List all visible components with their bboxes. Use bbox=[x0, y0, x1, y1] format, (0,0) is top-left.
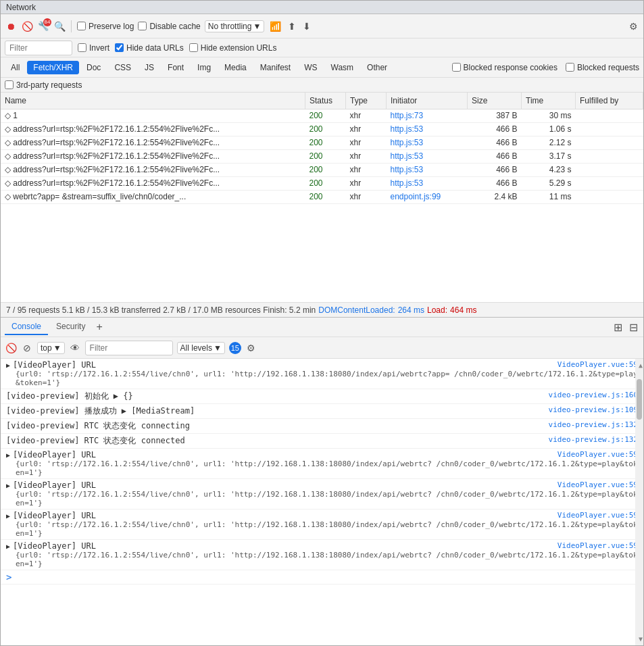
console-entry-e5[interactable]: [video-preview] RTC 状态变化 connectedvideo-… bbox=[1, 434, 643, 449]
type-filter-ws[interactable]: WS bbox=[298, 61, 323, 74]
row-name-5[interactable]: ◇ address?url=rtsp:%2F%2F172.16.1.2:554%… bbox=[1, 176, 305, 190]
col-type-header[interactable]: Type bbox=[346, 93, 387, 109]
table-row[interactable]: ◇ address?url=rtsp:%2F%2F172.16.1.2:554%… bbox=[1, 136, 643, 149]
type-filter-manifest[interactable]: Manifest bbox=[254, 61, 297, 74]
console-entry-e7[interactable]: ▶[VideoPlayer] URLVideoPlayer.vue:59{url… bbox=[1, 479, 643, 510]
entry-url-e9[interactable]: VideoPlayer.vue:59 bbox=[558, 541, 638, 550]
third-party-label[interactable]: 3rd-party requests bbox=[5, 80, 82, 90]
type-filter-fetch-xhr[interactable]: Fetch/XHR bbox=[27, 61, 79, 74]
hide-data-label[interactable]: Hide data URLs bbox=[115, 43, 184, 53]
table-row[interactable]: ◇ address?url=rtsp:%2F%2F172.16.1.2:554%… bbox=[1, 122, 643, 136]
row-initiator-0[interactable]: http.js:73 bbox=[387, 109, 468, 122]
row-name-6[interactable]: ◇ webrtc?app= &stream=suffix_live/chn0/c… bbox=[1, 190, 305, 203]
col-time-header[interactable]: Time bbox=[522, 93, 576, 109]
hide-ext-label[interactable]: Hide extension URLs bbox=[189, 43, 277, 53]
row-name-2[interactable]: ◇ address?url=rtsp:%2F%2F172.16.1.2:554%… bbox=[1, 136, 305, 149]
disable-cache-checkbox[interactable] bbox=[138, 22, 147, 30]
type-filter-doc[interactable]: Doc bbox=[80, 61, 107, 74]
download-icon-btn[interactable]: ⬇ bbox=[301, 21, 312, 32]
type-filter-media[interactable]: Media bbox=[218, 61, 253, 74]
blocked-requests-label[interactable]: Blocked requests bbox=[566, 63, 639, 72]
expand-arrow-e9[interactable]: ▶ bbox=[6, 543, 10, 550]
col-size-header[interactable]: Size bbox=[468, 93, 522, 109]
type-filter-js[interactable]: JS bbox=[139, 61, 160, 74]
scrollbar-top-arrow[interactable]: ▲ bbox=[639, 362, 643, 369]
expand-arrow-e7[interactable]: ▶ bbox=[6, 482, 10, 489]
table-row[interactable]: ◇ address?url=rtsp:%2F%2F172.16.1.2:554%… bbox=[1, 163, 643, 176]
entry-url-e5[interactable]: video-preview.js:132 bbox=[549, 435, 638, 444]
type-filter-wasm[interactable]: Wasm bbox=[325, 61, 360, 74]
row-name-4[interactable]: ◇ address?url=rtsp:%2F%2F172.16.1.2:554%… bbox=[1, 163, 305, 176]
wifi-icon-btn[interactable]: 📶 bbox=[268, 21, 282, 32]
row-name-0[interactable]: ◇ 1 bbox=[1, 109, 305, 122]
level-selector[interactable]: All levels ▼ bbox=[177, 342, 225, 354]
third-party-checkbox[interactable] bbox=[5, 80, 14, 89]
col-fulfilled-header[interactable]: Fulfilled by bbox=[576, 93, 643, 109]
upload-icon-btn[interactable]: ⬆ bbox=[287, 21, 297, 32]
scrollbar-bottom-arrow[interactable]: ▼ bbox=[639, 635, 643, 643]
hide-ext-checkbox[interactable] bbox=[189, 43, 198, 52]
col-status-header[interactable]: Status bbox=[305, 93, 346, 109]
scrollbar-thumb[interactable] bbox=[637, 379, 642, 420]
entry-url-e3[interactable]: video-preview.js:109 bbox=[549, 405, 638, 414]
context-selector[interactable]: top ▼ bbox=[37, 342, 65, 354]
type-filter-font[interactable]: Font bbox=[162, 61, 190, 74]
preserve-log-label[interactable]: Preserve log bbox=[77, 22, 134, 31]
table-row[interactable]: ◇ webrtc?app= &stream=suffix_live/chn0/c… bbox=[1, 190, 643, 203]
disable-cache-label[interactable]: Disable cache bbox=[138, 22, 200, 31]
table-row[interactable]: ◇ address?url=rtsp:%2F%2F172.16.1.2:554%… bbox=[1, 149, 643, 163]
console-entry-e4[interactable]: [video-preview] RTC 状态变化 connectingvideo… bbox=[1, 419, 643, 434]
throttle-selector[interactable]: No throttling ▼ bbox=[205, 20, 265, 32]
console-icon-2[interactable]: ⊟ bbox=[628, 321, 639, 334]
col-initiator-header[interactable]: Initiator bbox=[387, 93, 468, 109]
console-entry-e6[interactable]: ▶[VideoPlayer] URLVideoPlayer.vue:59{url… bbox=[1, 449, 643, 479]
row-name-1[interactable]: ◇ address?url=rtsp:%2F%2F172.16.1.2:554%… bbox=[1, 122, 305, 136]
console-icon-1[interactable]: ⊞ bbox=[612, 321, 624, 334]
console-filter-input[interactable] bbox=[85, 341, 173, 355]
console-entry-e8[interactable]: ▶[VideoPlayer] URLVideoPlayer.vue:59{url… bbox=[1, 510, 643, 540]
entry-url-e2[interactable]: video-preview.js:160 bbox=[549, 391, 638, 399]
invert-checkbox[interactable] bbox=[78, 43, 86, 52]
tab-console[interactable]: Console bbox=[5, 319, 48, 335]
entry-url-e4[interactable]: video-preview.js:132 bbox=[549, 420, 638, 429]
invert-label[interactable]: Invert bbox=[78, 43, 109, 53]
console-clear-button[interactable]: 🚫 bbox=[5, 342, 17, 354]
row-initiator-5[interactable]: http.js:53 bbox=[387, 176, 468, 190]
network-settings-button[interactable]: ⚙ bbox=[628, 21, 639, 32]
console-settings-button[interactable]: ⚙ bbox=[245, 343, 257, 353]
scrollbar-track[interactable]: ▲ ▼ bbox=[635, 359, 643, 645]
col-name-header[interactable]: Name bbox=[1, 93, 305, 109]
console-prompt-icon[interactable]: > bbox=[6, 572, 638, 582]
hide-data-checkbox[interactable] bbox=[115, 43, 124, 52]
row-initiator-1[interactable]: http.js:53 bbox=[387, 122, 468, 136]
console-entry-e9[interactable]: ▶[VideoPlayer] URLVideoPlayer.vue:59{url… bbox=[1, 540, 643, 570]
console-entry-e3[interactable]: [video-preview] 播放成功 ▶ [MediaStream]vide… bbox=[1, 404, 643, 419]
expand-arrow-e8[interactable]: ▶ bbox=[6, 512, 10, 520]
tab-security[interactable]: Security bbox=[49, 319, 92, 335]
table-row[interactable]: ◇ address?url=rtsp:%2F%2F172.16.1.2:554%… bbox=[1, 176, 643, 190]
type-filter-other[interactable]: Other bbox=[361, 61, 393, 74]
entry-url-e1[interactable]: VideoPlayer.vue:59 bbox=[558, 360, 638, 369]
type-filter-css[interactable]: CSS bbox=[108, 61, 137, 74]
entry-url-e7[interactable]: VideoPlayer.vue:59 bbox=[558, 480, 638, 489]
entry-url-e6[interactable]: VideoPlayer.vue:59 bbox=[558, 450, 638, 459]
blocked-response-checkbox[interactable] bbox=[452, 63, 461, 72]
search-button[interactable]: 🔍 bbox=[53, 20, 66, 32]
filter-input[interactable] bbox=[5, 41, 72, 55]
expand-arrow-e6[interactable]: ▶ bbox=[6, 451, 10, 459]
row-initiator-4[interactable]: http.js:53 bbox=[387, 163, 468, 176]
blocked-requests-checkbox[interactable] bbox=[566, 63, 574, 72]
preserve-log-checkbox[interactable] bbox=[77, 22, 86, 30]
type-filter-img[interactable]: Img bbox=[191, 61, 217, 74]
console-entry-e1[interactable]: ▶[VideoPlayer] URLVideoPlayer.vue:59{url… bbox=[1, 359, 643, 389]
row-name-3[interactable]: ◇ address?url=rtsp:%2F%2F172.16.1.2:554%… bbox=[1, 149, 305, 163]
add-tab-button[interactable]: + bbox=[93, 321, 105, 333]
type-filter-all[interactable]: All bbox=[5, 61, 26, 74]
row-initiator-6[interactable]: endpoint.js:99 bbox=[387, 190, 468, 203]
blocked-response-label[interactable]: Blocked response cookies bbox=[452, 63, 558, 72]
console-entry-e2[interactable]: [video-preview] 初始化 ▶ {}video-preview.js… bbox=[1, 389, 643, 404]
table-row[interactable]: ◇ 1200xhrhttp.js:73387 B30 ms bbox=[1, 109, 643, 122]
console-block-button[interactable]: ⊘ bbox=[21, 342, 33, 354]
record-button[interactable]: ⏺ bbox=[5, 20, 17, 32]
clear-button[interactable]: 🚫 bbox=[21, 20, 33, 32]
